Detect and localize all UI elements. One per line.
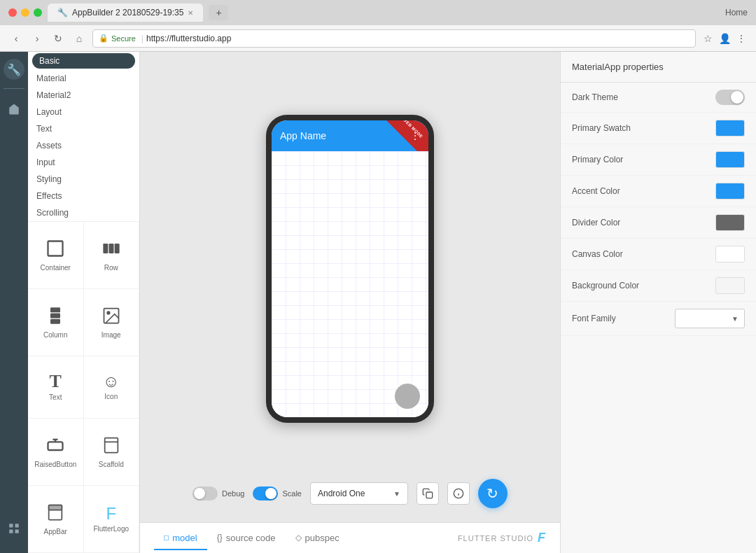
tab-pubspec-label: pubspec bbox=[305, 533, 340, 543]
web-mode-badge-container: WEB MODE bbox=[386, 120, 428, 151]
canvas-toolbar: Debug Scale Android One ▼ bbox=[154, 479, 546, 508]
main-area: App Name WEB MODE ⋮ bbox=[140, 52, 560, 553]
debug-toggle[interactable] bbox=[192, 486, 218, 500]
divider-color-swatch[interactable] bbox=[715, 214, 745, 231]
canvas-color-swatch[interactable] bbox=[715, 246, 745, 262]
property-divider-color: Divider Color bbox=[561, 207, 756, 239]
component-raisedbutton[interactable]: RaisedButton bbox=[28, 419, 84, 486]
user-icon[interactable]: 👤 bbox=[718, 32, 731, 45]
main-canvas: App Name WEB MODE ⋮ bbox=[140, 52, 560, 522]
back-button[interactable]: ‹ bbox=[8, 31, 24, 46]
primary-swatch-color[interactable] bbox=[715, 120, 745, 136]
new-tab-button[interactable]: + bbox=[209, 5, 228, 20]
nav-item-layout[interactable]: Layout bbox=[28, 104, 139, 120]
component-text[interactable]: T Text bbox=[28, 356, 84, 419]
canvas-color-label: Canvas Color bbox=[572, 249, 715, 259]
phone-app-title: App Name bbox=[280, 130, 326, 141]
home-button[interactable]: ⌂ bbox=[71, 31, 87, 46]
nav-item-material2[interactable]: Material2 bbox=[28, 87, 139, 104]
forward-button[interactable]: › bbox=[29, 31, 45, 46]
nav-item-input[interactable]: Input bbox=[28, 154, 139, 171]
phone-grid bbox=[272, 151, 428, 417]
tab-source-code-label: source code bbox=[226, 533, 276, 543]
nav-item-effects[interactable]: Effects bbox=[28, 188, 139, 204]
svg-rect-6 bbox=[108, 244, 113, 253]
component-container[interactable]: Container bbox=[28, 222, 84, 289]
nav-item-text[interactable]: Text bbox=[28, 120, 139, 137]
flutter-logo-icon: F bbox=[538, 531, 546, 545]
tab-model-label: model bbox=[172, 533, 197, 543]
divider-color-label: Divider Color bbox=[572, 218, 715, 227]
svg-rect-13 bbox=[48, 442, 63, 451]
menu-icon[interactable]: ⋮ bbox=[735, 32, 748, 45]
maximize-dot[interactable] bbox=[34, 8, 42, 17]
nav-item-scrolling[interactable]: Scrolling bbox=[28, 204, 139, 221]
component-column[interactable]: Column bbox=[28, 289, 84, 356]
scale-toggle[interactable] bbox=[253, 486, 278, 500]
sidebar-divider bbox=[4, 88, 24, 89]
svg-rect-2 bbox=[9, 530, 13, 533]
nav-item-assets[interactable]: Assets bbox=[28, 137, 139, 154]
tab-model[interactable]: □ model bbox=[154, 527, 207, 550]
svg-rect-4 bbox=[48, 241, 63, 255]
close-dot[interactable] bbox=[8, 8, 17, 17]
sidebar-logo[interactable]: 🔧 bbox=[4, 59, 24, 80]
secure-label: Secure bbox=[111, 34, 136, 43]
tab-pubspec[interactable]: ◇ pubspec bbox=[286, 527, 349, 550]
nav-item-material[interactable]: Material bbox=[28, 70, 139, 87]
components-panel: Basic Material Material2 Layout Text Ass… bbox=[28, 52, 140, 553]
component-scaffold[interactable]: Scaffold bbox=[84, 419, 140, 486]
svg-rect-3 bbox=[15, 530, 19, 533]
tab-close-button[interactable]: ✕ bbox=[188, 9, 193, 17]
dark-theme-toggle[interactable] bbox=[715, 90, 745, 105]
reload-button[interactable]: ↻ bbox=[50, 31, 66, 46]
svg-rect-19 bbox=[49, 505, 62, 510]
component-image[interactable]: Image bbox=[84, 289, 140, 356]
component-icon[interactable]: ☺ Icon bbox=[84, 356, 140, 419]
sidebar-item-layers[interactable] bbox=[2, 97, 26, 121]
components-grid: Container Row bbox=[28, 221, 139, 553]
info-button[interactable] bbox=[447, 482, 470, 505]
phone-menu-icon: ⋮ bbox=[410, 130, 420, 141]
svg-rect-0 bbox=[9, 524, 13, 527]
component-appbar[interactable]: AppBar bbox=[28, 486, 84, 553]
browser-tab[interactable]: 🔧 AppBuilder 2 20180529-19:35 ✕ bbox=[48, 4, 203, 22]
font-family-dropdown[interactable]: ▼ bbox=[675, 309, 745, 328]
minimize-dot[interactable] bbox=[21, 8, 29, 17]
pubspec-icon: ◇ bbox=[295, 533, 302, 542]
font-dropdown-arrow: ▼ bbox=[732, 315, 738, 323]
tab-source-code[interactable]: {} source code bbox=[207, 527, 286, 550]
tab-favicon: 🔧 bbox=[57, 8, 68, 18]
property-font-family: Font Family ▼ bbox=[561, 302, 756, 336]
flutterlogo-label: FlutterLogo bbox=[93, 525, 129, 533]
star-icon[interactable]: ☆ bbox=[701, 32, 714, 45]
image-icon bbox=[102, 306, 121, 328]
column-icon bbox=[46, 306, 65, 328]
accent-color-swatch[interactable] bbox=[715, 183, 745, 200]
appbar-icon bbox=[46, 503, 65, 525]
address-bar[interactable]: 🔒 Secure | https://flutterstudio.app bbox=[92, 29, 696, 48]
phone-device: App Name WEB MODE ⋮ bbox=[266, 115, 434, 423]
container-icon bbox=[46, 239, 65, 261]
property-primary-swatch: Primary Swatch bbox=[561, 113, 756, 144]
column-label: Column bbox=[43, 331, 67, 339]
property-canvas-color: Canvas Color bbox=[561, 239, 756, 270]
device-selector[interactable]: Android One ▼ bbox=[310, 482, 408, 505]
flutterlogo-icon: F bbox=[106, 505, 116, 522]
container-label: Container bbox=[41, 264, 71, 272]
primary-color-swatch[interactable] bbox=[715, 151, 745, 168]
appbar-label: AppBar bbox=[44, 528, 67, 536]
refresh-button[interactable]: ↻ bbox=[478, 479, 507, 508]
nav-item-styling[interactable]: Styling bbox=[28, 171, 139, 188]
component-flutterlogo[interactable]: F FlutterLogo bbox=[84, 486, 140, 553]
phone-fab bbox=[395, 384, 420, 409]
background-color-swatch[interactable] bbox=[715, 277, 745, 294]
component-row[interactable]: Row bbox=[84, 222, 140, 289]
copy-code-button[interactable] bbox=[416, 482, 439, 505]
nav-item-basic[interactable]: Basic bbox=[32, 53, 135, 69]
sidebar-item-tree[interactable] bbox=[2, 517, 26, 540]
image-label: Image bbox=[102, 331, 121, 339]
svg-rect-7 bbox=[114, 244, 119, 253]
svg-rect-10 bbox=[50, 318, 60, 323]
components-nav: Basic Material Material2 Layout Text Ass… bbox=[28, 52, 139, 221]
